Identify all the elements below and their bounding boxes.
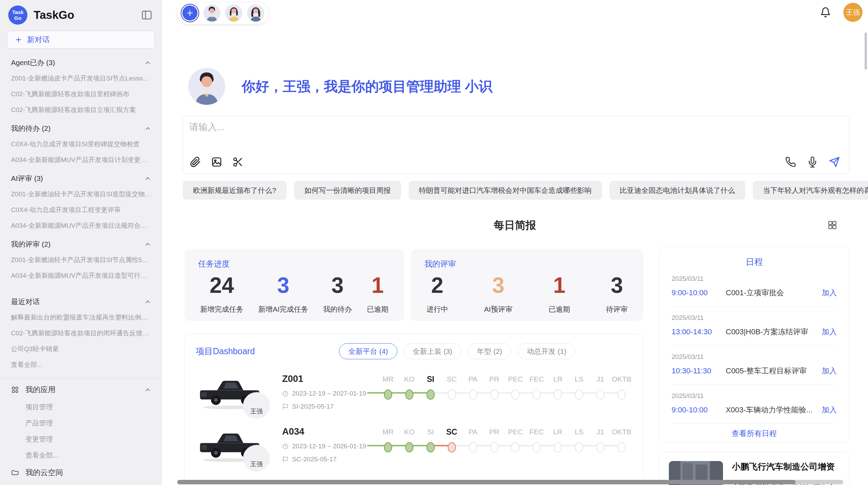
agent-switcher	[177, 2, 269, 24]
group-header-agent-done[interactable]: Agent已办 (3)	[0, 52, 161, 71]
paperclip-icon[interactable]	[190, 157, 201, 167]
sidebar-item-project-mgmt[interactable]: 项目管理	[0, 399, 161, 415]
sidebar-item-change-mgmt[interactable]: 变更管理	[0, 431, 161, 447]
stat-value: 3	[331, 271, 344, 300]
join-link[interactable]: 加入	[822, 327, 837, 337]
project-owner-badge: 王强	[243, 392, 270, 419]
stat-value: 3	[277, 271, 290, 300]
app-logo: Task Go	[8, 5, 27, 25]
suggestion-chip[interactable]: 比亚迪全固态电池计划具体说了什么	[610, 181, 745, 200]
sidebar-item-my-apps[interactable]: 我的应用	[0, 381, 161, 399]
layout-grid-icon[interactable]	[827, 220, 838, 231]
list-item[interactable]: A034-全新新能源MUV产品开发项目法规符合性评审	[0, 218, 161, 234]
list-item[interactable]: C0X4-动力总成开发项目SI里程碑提交物检查	[0, 136, 161, 152]
image-icon[interactable]	[211, 157, 222, 167]
sidebar-item-favorites[interactable]: 我的收藏	[0, 482, 161, 485]
suggestion-chip[interactable]: 特朗普可能对进口汽车增税会对中国车企造成哪些影响	[409, 181, 602, 200]
list-item[interactable]: 公司Q3轻卡销量	[0, 341, 161, 357]
sidebar-collapse-icon[interactable]	[141, 9, 153, 21]
dashboard-title: 项目Dashboard	[196, 346, 255, 357]
group-header-recent-chats[interactable]: 最近对话	[0, 291, 161, 310]
stat: 1 已逾期	[548, 271, 570, 314]
list-item[interactable]: Z001-全新燃油皮卡产品开发项目SI节点Lesson Learn报告	[0, 71, 161, 86]
list-item[interactable]: A034-全新新能源MUV产品开发项目造型可行性评审	[0, 268, 161, 284]
avatar[interactable]	[225, 4, 242, 22]
tab-new-body[interactable]: 全新上装 (3)	[403, 343, 462, 359]
tab-new-platform[interactable]: 全新平台 (4)	[339, 343, 397, 359]
chat-composer	[183, 116, 849, 174]
join-link[interactable]: 加入	[822, 366, 837, 376]
stat: 3 AI预评审	[484, 271, 513, 314]
list-item[interactable]: A034-全新新能源MUV产品开发项目计划变更表编写	[0, 152, 161, 168]
horizontal-scrollbar-track[interactable]	[177, 480, 843, 484]
sidebar-item-cloud-space[interactable]: 我的云空间	[0, 463, 161, 482]
chevron-up-icon	[144, 298, 151, 305]
event-date: 2025/03/11	[672, 392, 837, 400]
project-row[interactable]: 王强 A034 2023-12-19 ~ 2026-01-19 SC-2025-…	[196, 425, 632, 465]
join-link[interactable]: 加入	[822, 288, 837, 298]
milestone-dot	[469, 389, 477, 400]
phone-icon[interactable]	[785, 157, 796, 167]
milestone-dot	[448, 389, 456, 400]
tab-powertrain[interactable]: 动总开发 (1)	[518, 343, 576, 359]
microphone-icon[interactable]	[807, 157, 818, 167]
milestone-dot	[617, 442, 626, 452]
milestone-dot	[448, 442, 456, 452]
project-row[interactable]: 王强 Z001 2023-12-19 ~ 2027-01-19 SI-2025-…	[196, 372, 632, 412]
vertical-scrollbar-thumb[interactable]	[865, 33, 867, 70]
new-chat-button[interactable]: 新对话	[7, 31, 155, 49]
topbar-right: 王强	[820, 3, 863, 22]
milestone-dot	[511, 442, 519, 452]
milestone-dot	[426, 389, 435, 400]
view-all-apps-link[interactable]: 查看全部...	[0, 447, 161, 463]
group-header-my-review[interactable]: 我的评审 (2)	[0, 234, 161, 252]
apps-grid-icon	[11, 386, 19, 394]
avatar[interactable]	[203, 4, 220, 22]
sidebar-item-product-mgmt[interactable]: 产品管理	[0, 415, 161, 431]
composer-actions	[785, 157, 840, 167]
list-item[interactable]: Z001-全新燃油轻卡产品开发项目SI节点属性5D文件评审	[0, 252, 161, 268]
group-header-label: 我的待办 (2)	[11, 124, 51, 133]
project-code: A034	[282, 426, 377, 437]
tab-year-model[interactable]: 年型 (2)	[468, 343, 511, 359]
group-header-label: 最近对话	[11, 297, 40, 307]
flag-icon	[282, 456, 289, 463]
suggestion-chip[interactable]: 如何写一份清晰的项目周报	[294, 181, 401, 200]
event-time: 9:00-10:00	[672, 288, 726, 297]
list-item[interactable]: C0X4-动力总成开发项目工程变更评审	[0, 202, 161, 218]
project-info: A034 2023-12-19 ~ 2026-01-19 SC-2025-05-…	[282, 425, 377, 465]
event-name: C005-整车工程目标评审	[726, 366, 817, 376]
add-agent-button[interactable]	[181, 4, 198, 22]
notification-bell-icon[interactable]	[820, 7, 831, 18]
group-header-my-todo[interactable]: 我的待办 (2)	[0, 118, 161, 136]
list-item[interactable]: C02-飞腾新能源轻客改款项目的闭环通告反馈情况	[0, 325, 161, 341]
list-item[interactable]: Z001-全新燃油轻卡产品开发项目SI造型提交物评审	[0, 186, 161, 202]
new-chat-label: 新对话	[27, 35, 50, 45]
avatar[interactable]	[247, 4, 264, 22]
briefing-cards: 任务进度 24 新增完成任务 3 新增AI完成任务 3 我的待办 1 已逾期	[184, 249, 643, 321]
scissors-icon[interactable]	[232, 157, 243, 167]
chat-input[interactable]	[189, 121, 772, 152]
schedule-event: 2025/03/11 10:30-11:30 C005-整车工程目标评审 加入	[672, 346, 837, 385]
send-icon[interactable]	[829, 157, 840, 167]
suggestion-chip[interactable]: 欧洲新规最近颁布了什么?	[183, 181, 287, 200]
milestone-dot	[596, 442, 604, 452]
join-link[interactable]: 加入	[822, 405, 837, 415]
suggestion-chip[interactable]: 当下年轻人对汽车外观有怎样的喜好趋势	[753, 181, 868, 200]
horizontal-scrollbar-thumb[interactable]	[177, 480, 796, 484]
milestone-dot	[405, 389, 413, 400]
list-item[interactable]: 解释最新出台的欧盟报废车法规再生塑料比例被调至15%...	[0, 310, 161, 325]
project-info: Z001 2023-12-19 ~ 2027-01-19 SI-2025-05-…	[282, 372, 377, 412]
card-title: 我的评审	[424, 259, 630, 269]
view-all-chats-link[interactable]: 查看全部...	[0, 357, 161, 373]
event-time: 9:00-10:00	[672, 406, 726, 414]
user-avatar[interactable]: 王强	[843, 3, 863, 22]
group-header-ai-review[interactable]: AI评审 (3)	[0, 168, 161, 186]
project-media: 王强	[196, 372, 282, 412]
view-all-schedule-link[interactable]: 查看所有日程	[672, 424, 837, 439]
stat: 3 待评审	[606, 271, 628, 314]
list-item[interactable]: C02-飞腾新能源轻客改款项目立项汇报方案	[0, 102, 161, 118]
schedule-card: 日程 2025/03/11 9:00-10:00 C001-立项审批会 加入 2…	[659, 246, 849, 443]
list-item[interactable]: C02-飞腾新能源轻客改款项目里程碑画布	[0, 86, 161, 102]
clock-icon	[282, 390, 289, 397]
